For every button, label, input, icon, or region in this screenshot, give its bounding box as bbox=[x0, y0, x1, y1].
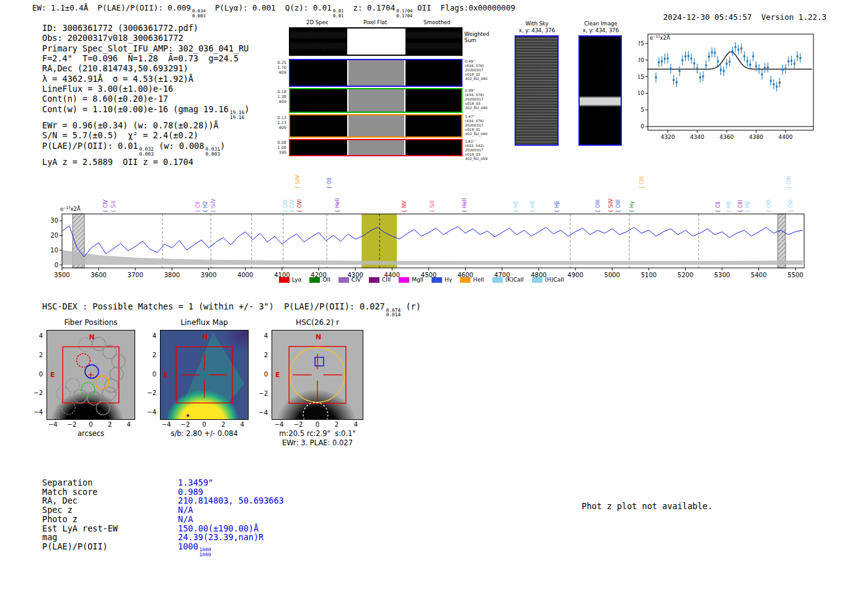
data-point bbox=[764, 67, 766, 69]
legend-item: CIII bbox=[369, 277, 391, 283]
with-sky-title-text: With Sky bbox=[515, 20, 559, 27]
data-point bbox=[670, 68, 671, 69]
compass-east: E bbox=[275, 371, 280, 379]
fiber-row-weights: 0.13 1.13 409 bbox=[269, 115, 286, 130]
text-token: P(LAE)/P(OII): 0.01 bbox=[42, 141, 138, 151]
cutout-ytick: 0 bbox=[255, 371, 268, 378]
spec2d-fiber-row bbox=[289, 88, 463, 113]
fiber-row-meta: 0.49" (434, 376) 20200317 v018_02 302_RU… bbox=[465, 60, 494, 81]
spec2d-weighted-pixelflat-image bbox=[348, 29, 404, 55]
data-point bbox=[770, 80, 772, 82]
x-tick-label: 4900 bbox=[567, 272, 583, 278]
spec2d-fiber-row bbox=[289, 114, 463, 138]
cutout-ytick: 4 bbox=[255, 332, 268, 339]
match-table-value: 210.814803, 50.693663 bbox=[178, 496, 284, 505]
stacked-fraction: 0.17040.1704 bbox=[396, 9, 412, 18]
cutout-caption: EWr: 3. PLAE: 0.027 bbox=[282, 438, 353, 447]
x-tick-label: 5000 bbox=[604, 272, 620, 278]
fiber-smoothed-image bbox=[405, 60, 461, 86]
cutout-caption: m:20.5 rc:2.9" s:0.1" bbox=[279, 429, 355, 438]
fiber-row-meta: 0.99" (434, 376) 20200317 v018_03 302_RU… bbox=[465, 89, 494, 110]
cutout-xtick: 4 bbox=[348, 421, 363, 428]
cutout-caption: s/b: 2.80 +/- 0.084 bbox=[170, 429, 237, 438]
with-sky-title: With Sky x, y: 434, 376 bbox=[515, 20, 559, 34]
fiber-positions-panel: NE bbox=[46, 330, 135, 420]
text-token: Primary Spec_Slot_IFU_AMP: 302_036_041_R… bbox=[42, 43, 249, 53]
spectrum-legend: LyαOIICIVCIIIMgIIHγHeII(K)CaII(H)CaII bbox=[279, 277, 564, 283]
fiber-pixelflat-image bbox=[348, 115, 404, 136]
match-table-label: Spec z bbox=[42, 505, 178, 515]
y-tick-label: 30 bbox=[50, 217, 58, 224]
match-table-value: N/A bbox=[178, 515, 284, 524]
legend-label: CIV bbox=[352, 277, 361, 283]
legend-swatch bbox=[492, 277, 503, 283]
stacked-fraction: 0.0310.003 bbox=[205, 147, 220, 157]
cutout-xtick: −4 bbox=[45, 421, 60, 428]
cutout-xlabel: arcsecs bbox=[78, 429, 104, 438]
x-tick-label: 3600 bbox=[91, 272, 106, 278]
compass-east: E bbox=[164, 371, 169, 379]
text-token: Obs: 20200317v018_3006361772 bbox=[42, 33, 184, 43]
info-line: RA,Dec (210.814743,50.693291) bbox=[42, 63, 249, 73]
match-table-label: mag bbox=[42, 533, 178, 542]
selected-fiber-circle bbox=[95, 376, 109, 389]
spec2d-weighted-2d-image bbox=[290, 29, 347, 55]
cutout-title: Fiber Positions bbox=[64, 318, 117, 327]
data-point bbox=[761, 73, 763, 75]
cutout-ytick: 2 bbox=[30, 352, 43, 358]
x-tick-label: 3500 bbox=[54, 272, 69, 278]
spec2d-header-pixelflat: Pixel Flat bbox=[363, 19, 387, 25]
data-point bbox=[667, 58, 669, 60]
cutout-xtick: 0 bbox=[84, 421, 99, 428]
emission-line-label: { SiIV bbox=[295, 175, 301, 189]
fiber-row-weights: 0.08 1.08 390 bbox=[269, 140, 286, 155]
data-point bbox=[702, 76, 704, 78]
spectrum-units-label: e⁻¹⁷x2Å bbox=[60, 206, 81, 212]
cutout-xtick: −4 bbox=[159, 421, 174, 428]
x-tick-label: 3700 bbox=[128, 272, 143, 278]
legend-item: CIV bbox=[339, 277, 361, 283]
fiber-circle bbox=[105, 379, 118, 393]
info-line: λ = 4362.91Å σ = 4.53(±1.92)Å bbox=[42, 74, 249, 84]
report-version: Version 1.22.3 bbox=[761, 12, 826, 22]
hsc-cutout-overlay bbox=[272, 331, 363, 419]
data-point bbox=[693, 63, 695, 64]
x-tick-label: 4000 bbox=[237, 272, 253, 278]
x-tick-label: 4320 bbox=[661, 134, 675, 140]
x-tick-label: 5200 bbox=[678, 272, 693, 278]
legend-swatch bbox=[339, 277, 349, 283]
data-point bbox=[738, 49, 740, 51]
match-table-value: 100010001000 bbox=[178, 542, 284, 558]
legend-label: HeII bbox=[473, 277, 484, 283]
data-point bbox=[676, 81, 678, 83]
legend-item: OII bbox=[309, 277, 330, 283]
spec2d-weighted-smoothed-image bbox=[405, 29, 461, 55]
fiber-smoothed-image bbox=[405, 115, 461, 136]
data-point bbox=[755, 65, 757, 67]
data-point bbox=[797, 55, 799, 57]
data-point bbox=[711, 51, 713, 53]
lineflux-map-overlay bbox=[161, 331, 248, 419]
text-token: LineFlux = 3.00(±1.00)e-16 bbox=[42, 84, 173, 94]
cutout-xtick: 2 bbox=[216, 421, 231, 428]
fiber-row-meta: 1.47" (434, 376) 20200317 v018_01 302_RU… bbox=[465, 115, 494, 136]
cutout-ytick: 4 bbox=[144, 332, 156, 339]
info-line: EWr = 0.96(±0.34) (w: 0.78(±0.28))Å bbox=[42, 120, 249, 130]
cutout-ytick: 0 bbox=[30, 371, 43, 378]
text-token: λ = 4362.91Å σ = 4.53(±1.92)Å bbox=[42, 74, 193, 84]
legend-item: HeII bbox=[460, 277, 484, 283]
fiber-circle bbox=[73, 389, 87, 403]
report-meta: 2024-12-30 05:45:57 Version 1.22.3 bbox=[644, 3, 826, 31]
text-token: LyA z = 2.5889 OII z = 0.1704 bbox=[42, 157, 193, 167]
cutout-title: Lineflux Map bbox=[180, 318, 228, 327]
stacked-fraction: 19.1619.16 bbox=[230, 110, 245, 120]
cutout-ytick: −4 bbox=[255, 409, 268, 416]
dark-pixel-dot bbox=[187, 414, 189, 417]
text-token: ID: 3006361772 (3006361772.pdf) bbox=[42, 23, 198, 33]
detection-info-block: ID: 3006361772 (3006361772.pdf)Obs: 2020… bbox=[42, 23, 249, 167]
fiber-pixelflat-image bbox=[348, 89, 404, 112]
legend-label: OII bbox=[322, 277, 330, 283]
legend-label: Lyα bbox=[292, 277, 301, 283]
info-line: Primary Spec_Slot_IFU_AMP: 302_036_041_R… bbox=[42, 43, 249, 53]
legend-swatch bbox=[399, 277, 409, 283]
